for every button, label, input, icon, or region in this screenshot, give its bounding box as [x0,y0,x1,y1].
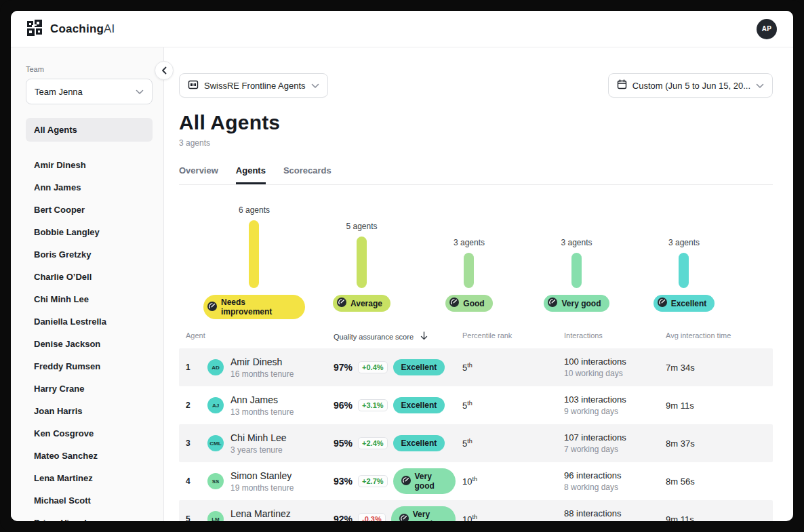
group-filter-dropdown[interactable]: SwissRE Frontline Agents [179,73,328,98]
band-pill-label: Needs improvement [221,298,297,316]
sidebar-item-agent[interactable]: Chi Minh Lee [26,288,153,310]
gauge-icon [658,298,667,309]
sidebar-item-agent[interactable]: Amir Dinesh [26,154,153,176]
qa-score-cell: 96% +3.1% [327,397,456,413]
distribution-bar[interactable] [357,237,367,288]
bar-count-label: 3 agents [668,238,700,247]
rank-number: 2 [186,401,195,410]
band-badge-label: Excellent [401,438,437,448]
date-range-value: Custom (Jun 5 to Jun 15, 20... [632,81,750,91]
body: Team Team Jenna All Agents Amir DineshAn… [11,47,793,521]
sidebar-item-all-agents[interactable]: All Agents [26,118,153,142]
qa-score-cell: 92% -0.3% [327,506,456,521]
tab[interactable]: Scorecards [283,165,331,184]
interactions-cell: 88 interactions 7 working days [557,508,659,521]
agent-name: Amir Dinesh [230,356,294,367]
sidebar-item-agent[interactable]: Denise Jackson [26,333,153,355]
agent-cell: 4 SS Simon Stanley 19 months tenure [179,470,327,493]
app-window: CoachingAI AP Team Team Jenna All Agents… [11,11,793,521]
sidebar-item-agent[interactable]: Lena Martinez [26,467,153,489]
distribution-bar[interactable] [679,253,689,288]
distribution-bar[interactable] [249,220,259,288]
table-row[interactable]: 4 SS Simon Stanley 19 months tenure 93% [179,462,773,500]
band-badge-label: Excellent [401,363,437,372]
sidebar-item-agent[interactable]: Freddy Rumsen [26,355,153,377]
col-header-qa-score[interactable]: Quality assurance score [327,331,456,342]
qa-score-value: 97% [334,362,353,373]
gauge-icon [548,298,557,309]
sidebar-item-agent[interactable]: Bert Cooper [26,199,153,221]
score-distribution-chart: 6 agents [179,201,773,319]
sidebar-item-agent[interactable]: Bobbie Langley [26,221,153,243]
agent-tenure: 16 months tenure [230,369,294,379]
table-row[interactable]: 1 AD Amir Dinesh 16 months tenure 97% [179,348,773,386]
qa-score-value: 92% [334,514,353,521]
working-days: 8 working days [564,483,659,492]
interactions-cell: 107 interactions 7 working days [557,432,659,454]
topbar: CoachingAI AP [11,11,793,47]
sidebar-item-agent[interactable]: Daniella Lestrella [26,310,153,333]
collapse-sidebar-button[interactable] [155,61,174,80]
sidebar-item-agent[interactable]: Harry Crane [26,377,153,400]
sort-desc-icon[interactable] [420,331,428,342]
calendar-icon [617,79,627,91]
avg-time-cell: 7m 34s [659,363,773,373]
avatar: AJ [207,397,224,413]
gauge-icon [207,302,217,313]
percentile-cell: 5th [456,400,557,411]
bar-count-label: 5 agents [346,222,377,231]
tab[interactable]: Overview [179,165,218,184]
qa-score-value: 95% [334,438,353,449]
tab[interactable]: Agents [236,165,266,184]
sidebar: Team Team Jenna All Agents Amir DineshAn… [11,47,164,521]
user-avatar[interactable]: AP [757,19,777,39]
chart-column: 3 agents [526,201,628,319]
agent-name: Chi Minh Lee [230,432,287,443]
chevron-down-icon [311,81,319,91]
band-pill-label: Very good [561,299,601,308]
sidebar-item-agent[interactable]: Mateo Sanchez [26,445,153,467]
bar-count-label: 6 agents [239,205,270,215]
avatar: SS [207,473,224,489]
bar-count-label: 3 agents [454,238,485,247]
avg-time-cell: 8m 56s [659,476,773,487]
distribution-bar[interactable] [571,253,582,288]
sidebar-item-agent[interactable]: Ann James [26,176,153,199]
agent-name: Ann James [230,394,294,405]
sidebar-item-agent[interactable]: Prima Vinesh [26,512,153,521]
bar-count-label: 3 agents [561,238,592,247]
distribution-bar[interactable] [464,253,474,288]
qa-score-delta-badge: +2.4% [358,437,388,449]
table-row[interactable]: 3 CML Chi Minh Lee 3 years tenure 95% [179,424,773,462]
date-range-dropdown[interactable]: Custom (Jun 5 to Jun 15, 20... [608,73,773,98]
agent-tenure: 2 years tenure [230,521,291,522]
qa-score-value: 96% [334,400,353,411]
percentile-cell: 10th [456,514,557,521]
rank-number: 1 [186,363,195,372]
table-row[interactable]: 5 LM Lena Martinez 2 years tenure 92% [179,500,773,521]
sidebar-item-agent[interactable]: Michael Scott [26,489,153,512]
rank-number: 5 [186,514,195,521]
rank-number: 3 [186,438,195,448]
sidebar-item-agent[interactable]: Joan Harris [26,400,153,422]
main-content: SwissRE Frontline Agents [164,47,793,521]
qa-score-delta-badge: +3.1% [358,399,388,411]
agent-cell: 3 CML Chi Minh Lee 3 years tenure [179,432,327,455]
col-header-qa-label: Quality assurance score [334,333,414,341]
interactions-count: 103 interactions [564,394,659,405]
group-filter-value: SwissRE Frontline Agents [204,81,306,91]
interactions-count: 96 interactions [564,470,659,480]
sidebar-item-agent[interactable]: Ken Cosgrove [26,422,153,445]
table-row[interactable]: 2 AJ Ann James 13 months tenure 96% [179,386,773,424]
sidebar-item-agent[interactable]: Boris Gretzky [26,243,153,266]
gauge-icon [337,298,346,309]
agent-tenure: 19 months tenure [230,483,294,493]
percentile-cell: 10th [456,476,557,487]
avg-time-cell: 9m 11s [659,401,773,411]
agent-cell: 2 AJ Ann James 13 months tenure [179,394,327,417]
sidebar-item-agent[interactable]: Charlie O’Dell [26,266,153,288]
brand-name: CoachingAI [50,22,115,36]
interactions-cell: 103 interactions 9 working days [557,394,659,416]
team-select[interactable]: Team Jenna [26,79,153,104]
agent-cell: 1 AD Amir Dinesh 16 months tenure [179,356,327,379]
